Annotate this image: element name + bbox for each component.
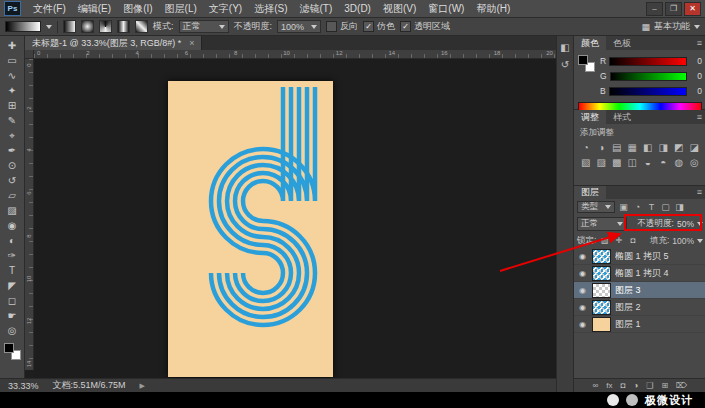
minimize-button[interactable]: –: [646, 2, 663, 16]
layer-thumbnail[interactable]: [592, 317, 611, 332]
adjustment-icon[interactable]: ◔: [578, 142, 594, 153]
tool-quick-select-icon[interactable]: ✦: [1, 83, 23, 98]
maximize-button[interactable]: ❐: [665, 2, 682, 16]
layer-name[interactable]: 图层 2: [615, 301, 641, 314]
tab-layers[interactable]: 图层: [574, 186, 606, 199]
menu-image[interactable]: 图像(I): [117, 0, 158, 17]
filter-adjustment-icon[interactable]: ◔: [632, 202, 643, 212]
properties-panel-icon[interactable]: ◧: [560, 42, 569, 53]
gradient-preview[interactable]: [5, 21, 41, 32]
adjustment-icon[interactable]: ◪: [687, 142, 703, 153]
adjustment-icon[interactable]: ◑: [594, 142, 610, 153]
green-value[interactable]: 0: [690, 71, 702, 81]
layer-thumbnail[interactable]: [592, 266, 611, 281]
adjustment-icon[interactable]: ◫: [625, 157, 641, 168]
visibility-eye-icon[interactable]: ◉: [577, 269, 588, 278]
document-tab[interactable]: 未标题-1 @ 33.3%(图层 3, RGB/8#) * ×: [25, 36, 202, 50]
layer-name[interactable]: 图层 3: [615, 284, 641, 297]
new-layer-icon[interactable]: ⊞: [661, 381, 668, 390]
blue-value[interactable]: 0: [690, 86, 702, 96]
adjustment-icon[interactable]: ◨: [656, 142, 672, 153]
tab-styles[interactable]: 样式: [606, 110, 638, 124]
link-layers-icon[interactable]: ∞: [593, 381, 599, 390]
panel-menu-icon[interactable]: ≡: [693, 110, 705, 124]
diamond-gradient-icon[interactable]: [135, 20, 148, 33]
menu-view[interactable]: 视图(V): [377, 0, 422, 17]
radial-gradient-icon[interactable]: [81, 20, 94, 33]
adjustment-icon[interactable]: ◧: [640, 142, 656, 153]
tool-marquee-icon[interactable]: ▭: [1, 53, 23, 68]
tab-close-icon[interactable]: ×: [189, 36, 194, 50]
tool-eyedropper-icon[interactable]: ✎: [1, 113, 23, 128]
adjustment-icon[interactable]: ▩: [609, 157, 625, 168]
panel-menu-icon[interactable]: ≡: [693, 36, 705, 50]
adjustment-icon[interactable]: ◍: [671, 157, 687, 168]
color-swatches[interactable]: [4, 343, 21, 360]
tool-lasso-icon[interactable]: ∿: [1, 68, 23, 83]
tool-move-icon[interactable]: ✚: [1, 38, 23, 53]
tool-shape-icon[interactable]: ◻: [1, 293, 23, 308]
menu-edit[interactable]: 编辑(E): [72, 0, 117, 17]
adjustment-icon[interactable]: ▦: [625, 142, 641, 153]
tool-type-icon[interactable]: T: [1, 263, 23, 278]
dither-checkbox[interactable]: ✓ 仿色: [363, 20, 395, 33]
tab-swatches[interactable]: 色板: [606, 36, 638, 50]
layer-name[interactable]: 图层 1: [615, 318, 641, 331]
adjustment-icon[interactable]: ▤: [609, 142, 625, 153]
layer-opacity-control[interactable]: 不透明度: 50%: [638, 218, 703, 230]
menu-3d[interactable]: 3D(D): [338, 0, 377, 17]
filter-type-dropdown[interactable]: 类型: [577, 201, 615, 213]
layer-opacity-value[interactable]: 50%: [677, 219, 694, 229]
angle-gradient-icon[interactable]: [99, 20, 112, 33]
lock-all-icon[interactable]: ◘: [627, 236, 638, 245]
close-button[interactable]: ✕: [684, 2, 701, 16]
tab-color[interactable]: 颜色: [574, 36, 606, 50]
adjustment-icon[interactable]: ◩: [671, 142, 687, 153]
tool-pen-icon[interactable]: ✑: [1, 248, 23, 263]
filter-type-icon[interactable]: T: [646, 202, 657, 212]
mode-dropdown[interactable]: 正常: [179, 20, 229, 33]
menu-filter[interactable]: 滤镜(T): [294, 0, 339, 17]
visibility-eye-icon[interactable]: ◉: [577, 252, 588, 261]
new-group-icon[interactable]: ❑: [646, 381, 653, 390]
adjustment-icon[interactable]: ▨: [594, 157, 610, 168]
adjustment-icon[interactable]: ◓: [656, 157, 672, 168]
tool-path-select-icon[interactable]: ◤: [1, 278, 23, 293]
layer-opacity-caret-icon[interactable]: [697, 222, 703, 226]
transparency-checkbox[interactable]: ✓ 透明区域: [400, 20, 450, 33]
visibility-eye-icon[interactable]: ◉: [577, 286, 588, 295]
layer-row[interactable]: ◉ 图层 2: [574, 299, 705, 316]
layer-row[interactable]: ◉ 椭圆 1 拷贝 4: [574, 265, 705, 282]
foreground-color-swatch[interactable]: [4, 343, 14, 353]
red-slider[interactable]: [609, 57, 687, 66]
tool-eraser-icon[interactable]: ▱: [1, 188, 23, 203]
history-panel-icon[interactable]: ↺: [561, 59, 569, 70]
tool-crop-icon[interactable]: ⊞: [1, 98, 23, 113]
layer-fill-caret-icon[interactable]: [697, 239, 703, 243]
tool-gradient-icon[interactable]: ▨: [1, 203, 23, 218]
tool-brush-icon[interactable]: ✒: [1, 143, 23, 158]
menu-type[interactable]: 文字(Y): [203, 0, 248, 17]
reverse-checkbox[interactable]: 反向: [326, 20, 358, 33]
status-options-caret-icon[interactable]: ▶: [140, 382, 145, 390]
reflected-gradient-icon[interactable]: [117, 20, 130, 33]
lock-position-icon[interactable]: ✛: [613, 236, 624, 245]
visibility-eye-icon[interactable]: ◉: [577, 303, 588, 312]
tool-history-brush-icon[interactable]: ↺: [1, 173, 23, 188]
layer-fill-value[interactable]: 100%: [672, 236, 694, 246]
new-adjustment-icon[interactable]: ◑: [633, 381, 638, 390]
layer-row[interactable]: ◉ 图层 1: [574, 316, 705, 333]
tool-heal-icon[interactable]: ⌖: [1, 128, 23, 143]
tool-hand-icon[interactable]: ☛: [1, 308, 23, 323]
linear-gradient-icon[interactable]: [63, 20, 76, 33]
layer-mask-icon[interactable]: ◘: [621, 381, 626, 390]
layer-name[interactable]: 椭圆 1 拷贝 4: [615, 267, 669, 280]
panel-foreground-swatch[interactable]: [578, 55, 588, 65]
filter-smart-object-icon[interactable]: ◨: [674, 202, 685, 212]
lock-transparent-icon[interactable]: ▨: [599, 236, 610, 245]
opacity-dropdown[interactable]: 100%: [277, 20, 321, 33]
menu-file[interactable]: 文件(F): [27, 0, 72, 17]
zoom-level[interactable]: 33.33%: [8, 381, 39, 391]
menu-window[interactable]: 窗口(W): [422, 0, 470, 17]
workspace-switcher[interactable]: ▦ 基本功能: [641, 20, 700, 33]
